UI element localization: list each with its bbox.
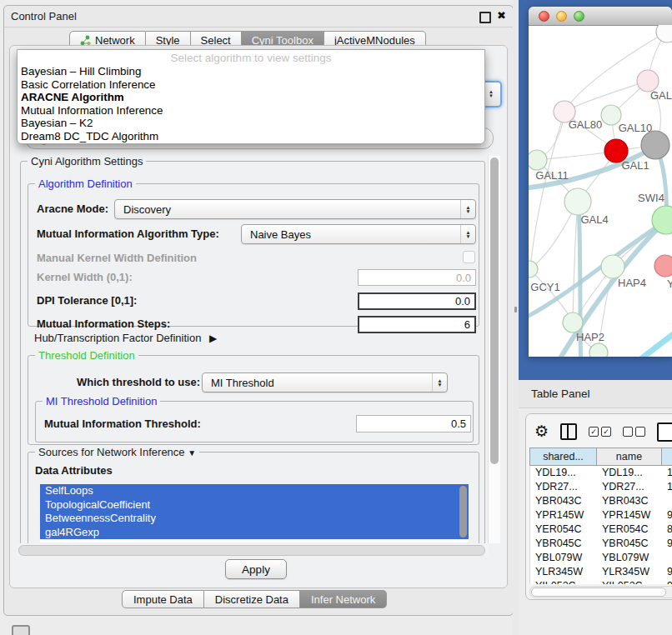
- apply-button[interactable]: Apply: [225, 559, 287, 579]
- table-cell: YBR043C: [530, 494, 597, 508]
- node-gal10-label: GAL10: [619, 122, 652, 134]
- minimized-panel-icon[interactable]: [12, 625, 30, 635]
- float-panel-icon[interactable]: [479, 12, 491, 23]
- table-rows: YDL19...YDL19...13YDR27...YDR27...12YBR0…: [529, 466, 672, 584]
- checked-box-icon: ✓: [601, 427, 611, 437]
- collapse-arrow-icon[interactable]: ▼: [188, 448, 196, 458]
- column-header-shared[interactable]: shared...: [530, 448, 597, 465]
- table-cell: [662, 494, 672, 508]
- tab-infer-network[interactable]: Infer Network: [300, 590, 387, 608]
- cyni-bottom-tabs: Impute DataDiscretize DataInfer Network: [122, 590, 387, 608]
- aracne-mode-combobox[interactable]: Discovery ▲▼: [114, 199, 476, 219]
- gear-icon[interactable]: ⚙: [534, 423, 549, 440]
- algorithm-dropdown-list: Select algorithm to view settings Bayesi…: [17, 49, 485, 144]
- node-gcy1-label: GCY1: [530, 281, 559, 293]
- data-attribute-item[interactable]: TopologicalCoefficient: [40, 498, 469, 512]
- table-cell: YBR043C: [597, 494, 662, 508]
- mi-type-value: Naive Bayes: [250, 228, 311, 241]
- data-attributes-list: SelfLoopsTopologicalCoefficientBetweenne…: [40, 484, 469, 542]
- table-row[interactable]: YPR145WYPR145W9.: [530, 508, 672, 522]
- scrollbar-thumb[interactable]: [490, 158, 499, 464]
- sources-group: Sources for Network Inference ▼ Data Att…: [28, 452, 479, 555]
- algorithm-option[interactable]: Basic Correlation Inference: [19, 78, 483, 92]
- node-top[interactable]: [656, 25, 672, 42]
- hub-definition-expander[interactable]: Hub/Transcription Factor Definition ▶: [34, 330, 217, 347]
- tab-impute-data[interactable]: Impute Data: [122, 590, 204, 608]
- scrollbar-thumb[interactable]: [18, 545, 485, 556]
- panel-splitter[interactable]: [513, 0, 519, 635]
- mi-steps-field[interactable]: 6: [358, 316, 476, 333]
- minimize-window-icon[interactable]: [556, 11, 567, 22]
- table-cell: 9.: [662, 508, 672, 522]
- hide-columns-icon[interactable]: [623, 427, 645, 437]
- network-graph: GALGAL80GAL10GAL1GAL11GAL4SWI4GCY1HAP4YH…: [529, 25, 672, 357]
- node-hap2[interactable]: [563, 312, 583, 332]
- node-y[interactable]: [654, 255, 672, 277]
- control-panel-titlebar: Control Panel ✖: [4, 6, 513, 28]
- table-cell: 13: [662, 466, 672, 480]
- table-row[interactable]: YBL079WYBL079W: [530, 551, 672, 565]
- table-row[interactable]: YBR045CYBR045C9.: [530, 537, 672, 551]
- table-horizontal-scrollbar[interactable]: [529, 586, 672, 598]
- scrollbar-thumb[interactable]: [531, 588, 666, 597]
- data-attribute-item[interactable]: SelfLoops: [40, 484, 469, 498]
- control-panel-window: Control Panel ✖ NetworkStyleSelectCyni T…: [3, 5, 514, 616]
- manual-kernel-label: Manual Kernel Width Definition: [37, 250, 197, 267]
- which-threshold-combobox[interactable]: MI Threshold ▲▼: [202, 372, 448, 392]
- node-hap4-label: HAP4: [618, 277, 646, 289]
- new-table-icon[interactable]: [657, 422, 672, 442]
- cyni-settings-group-title: Cyni Algorithm Settings: [28, 156, 146, 168]
- manual-kernel-checkbox[interactable]: [463, 251, 475, 263]
- network-edge: [635, 330, 672, 357]
- algorithm-option[interactable]: Bayesian – K2: [19, 117, 483, 130]
- table-cell: YLR345W: [530, 565, 597, 579]
- mi-type-combobox[interactable]: Naive Bayes ▲▼: [241, 224, 476, 244]
- table-cell: YPR145W: [530, 508, 597, 522]
- table-cell: YER054C: [597, 522, 662, 537]
- table-cell: [662, 551, 672, 565]
- data-attribute-item[interactable]: gal4RGexp: [40, 526, 469, 540]
- network-edge: [530, 112, 564, 268]
- algorithm-option[interactable]: ARACNE Algorithm: [19, 91, 483, 104]
- list-scrollbar-thumb[interactable]: [459, 486, 467, 538]
- algorithm-option[interactable]: Mutual Information Inference: [19, 104, 483, 118]
- split-columns-icon[interactable]: [560, 423, 577, 440]
- node-hap4[interactable]: [601, 255, 624, 278]
- node-gal4[interactable]: [564, 188, 591, 215]
- show-columns-icon[interactable]: ✓✓: [589, 427, 611, 437]
- data-attribute-item[interactable]: BetweennessCentrality: [40, 512, 469, 526]
- node-bottom[interactable]: [589, 343, 608, 357]
- table-row[interactable]: YLR345WYLR345W9.: [530, 565, 672, 579]
- algorithm-definition-group: Algorithm Definition Aracne Mode: Discov…: [28, 183, 479, 327]
- zoom-window-icon[interactable]: [574, 11, 584, 22]
- table-cell: YLR345W: [597, 565, 662, 579]
- table-row[interactable]: YBR043CYBR043C: [530, 494, 672, 508]
- tab-discretize-data[interactable]: Discretize Data: [204, 590, 300, 608]
- table-row[interactable]: YDR27...YDR27...12: [530, 480, 672, 494]
- algorithm-dropdown-hint: Select algorithm to view settings: [18, 51, 484, 65]
- column-header-a[interactable]: A: [662, 448, 672, 465]
- node-gray[interactable]: [641, 131, 669, 159]
- dpi-tolerance-field[interactable]: 0.0: [358, 292, 476, 310]
- node-gal1-label: GAL1: [621, 159, 649, 172]
- algorithm-option[interactable]: Dream8 DC_TDC Algorithm: [19, 130, 483, 143]
- close-window-icon[interactable]: [539, 11, 549, 22]
- close-panel-icon[interactable]: ✖: [497, 9, 506, 22]
- algorithm-option[interactable]: Bayesian – Hill Climbing: [19, 65, 483, 78]
- table-panel-titlebar: Table Panel: [519, 380, 672, 408]
- table-row[interactable]: YIL052CYIL052C9: [530, 579, 672, 584]
- table-cell: 12: [662, 480, 672, 494]
- node-gal11[interactable]: [529, 150, 547, 170]
- settings-horizontal-scrollbar[interactable]: [17, 543, 489, 556]
- table-row[interactable]: YDL19...YDL19...13: [530, 466, 672, 480]
- node-gal11-label: GAL11: [535, 169, 569, 182]
- table-row[interactable]: YER054CYER054C8.: [530, 522, 672, 537]
- splitter-handle[interactable]: [514, 307, 517, 312]
- kernel-width-field[interactable]: 0.0: [358, 269, 476, 286]
- node-gal80-label: GAL80: [569, 118, 602, 131]
- which-threshold-label: Which threshold to use:: [77, 374, 200, 391]
- mi-threshold-field[interactable]: 0.5: [356, 415, 471, 432]
- column-header-name[interactable]: name: [597, 448, 662, 465]
- kernel-width-label: Kernel Width (0,1):: [37, 269, 133, 286]
- settings-vertical-scrollbar[interactable]: [488, 156, 500, 543]
